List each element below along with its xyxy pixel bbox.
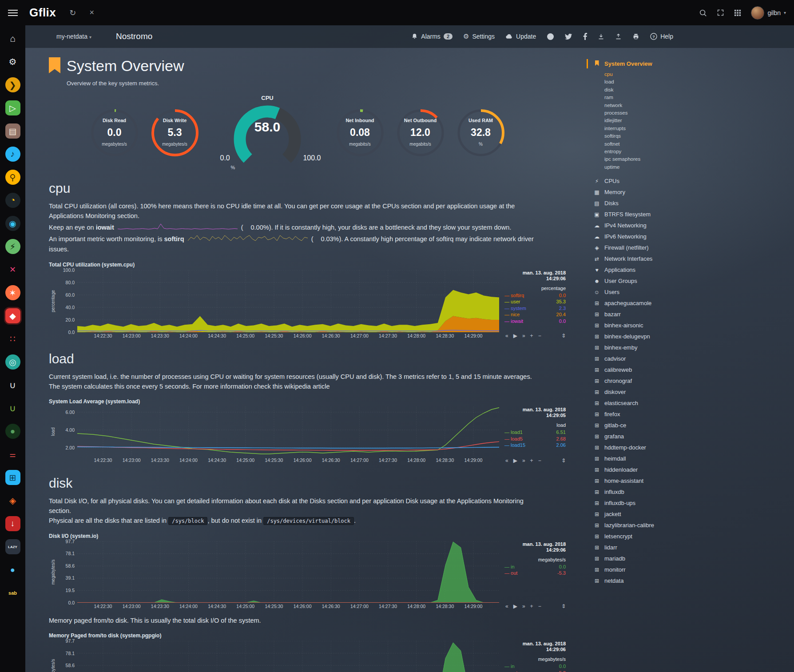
- menu-users[interactable]: ☺Users: [593, 286, 794, 298]
- legend-in[interactable]: — in0.0: [504, 663, 566, 670]
- menu-app-lazylibrarian-calibre[interactable]: ⊞lazylibrarian-calibre: [593, 520, 794, 531]
- menu-app-calibreweb[interactable]: ⊞calibreweb: [593, 364, 794, 375]
- menu-app-heimdall[interactable]: ⊞heimdall: [593, 453, 794, 464]
- menu-sub-interrupts[interactable]: interrupts: [604, 125, 794, 132]
- sidebar-app-app-red-arrow[interactable]: ↓: [0, 512, 25, 535]
- sidebar-app-app-bolt-green[interactable]: ⚡: [0, 235, 25, 258]
- update-button[interactable]: Update: [505, 33, 536, 40]
- legend-iowait[interactable]: — iowait0.0: [504, 318, 566, 325]
- chart-plot-area[interactable]: [77, 541, 499, 603]
- chart-zoom-out-icon[interactable]: −: [538, 603, 541, 609]
- chart-zoom-out-icon[interactable]: −: [538, 457, 541, 464]
- sidebar-app-app-search[interactable]: ⚲: [0, 166, 25, 189]
- facebook-button[interactable]: [583, 33, 587, 40]
- chart-pan-forward-icon[interactable]: »: [522, 457, 525, 464]
- legend-out[interactable]: — out-5.2: [504, 670, 566, 672]
- chart-resize-handle-icon[interactable]: ⇕: [561, 457, 566, 464]
- menu-applications[interactable]: ♥Applications: [593, 264, 794, 275]
- menu-sub-processes[interactable]: processes: [604, 109, 794, 117]
- menu-app-grafana[interactable]: ⊞grafana: [593, 431, 794, 442]
- chart-pan-backward-icon[interactable]: «: [505, 333, 508, 339]
- menu-app-home-assistant[interactable]: ⊞home-assistant: [593, 475, 794, 486]
- gauge-net-outbound[interactable]: Net Outbound12.0megabits/s: [396, 108, 445, 158]
- sidebar-app-app-chronograf[interactable]: ✕: [0, 258, 25, 281]
- chart-zoom-out-icon[interactable]: −: [538, 333, 541, 339]
- chart-resize-handle-icon[interactable]: ⇕: [561, 333, 566, 339]
- menu-btrfs-filesystem[interactable]: ▣BTRFS filesystem: [593, 209, 794, 220]
- menu-sub-idlejitter[interactable]: idlejitter: [604, 117, 794, 124]
- sidebar-app-settings[interactable]: ⚙: [0, 50, 25, 73]
- legend-load1[interactable]: — load16.51: [504, 429, 566, 436]
- github-button[interactable]: [547, 33, 554, 40]
- sidebar-app-app-radarr[interactable]: ◔: [0, 189, 25, 212]
- menu-firewall-netfilter[interactable]: ◈Firewall (netfilter): [593, 242, 794, 253]
- menu-sub-load[interactable]: load: [604, 78, 794, 86]
- menu-sub-ram[interactable]: ram: [604, 94, 794, 101]
- menu-memory[interactable]: ▦Memory: [593, 187, 794, 198]
- menu-app-hiddenloader[interactable]: ⊞hiddenloader: [593, 464, 794, 475]
- alarms-button[interactable]: Alarms 2: [411, 33, 453, 40]
- menu-app-diskover[interactable]: ⊞diskover: [593, 386, 794, 398]
- chart-resize-handle-icon[interactable]: ⇕: [561, 603, 566, 609]
- close-icon[interactable]: ×: [89, 8, 94, 17]
- menu-system-overview[interactable]: System Overview: [593, 58, 794, 69]
- menu-app-elasticsearch[interactable]: ⊞elasticsearch: [593, 398, 794, 409]
- sidebar-app-plex[interactable]: ❯: [0, 73, 25, 96]
- chart-zoom-in-icon[interactable]: +: [530, 603, 533, 609]
- legend-load15[interactable]: — load152.06: [504, 442, 566, 449]
- fullscreen-icon[interactable]: [717, 9, 724, 16]
- sidebar-app-app-teal-ring[interactable]: ◎: [0, 350, 25, 374]
- sidebar-app-app-dark-green[interactable]: ●: [0, 420, 25, 443]
- legend-in[interactable]: — in0.0: [504, 564, 566, 570]
- menu-app-chronograf[interactable]: ⊞chronograf: [593, 375, 794, 386]
- menu-cpus[interactable]: ⚡CPUs: [593, 175, 794, 187]
- sidebar-app-duplicati[interactable]: ●: [0, 558, 25, 581]
- menu-app-apacheguacamole[interactable]: ⊞apacheguacamole: [593, 298, 794, 309]
- sidebar-app-app-red-dots[interactable]: ∷: [0, 327, 25, 350]
- gauge-cpu[interactable]: CPU58.00.0100.0%: [218, 96, 318, 169]
- export-button[interactable]: [615, 33, 622, 40]
- legend-softirq[interactable]: — softirq0.0: [504, 292, 566, 299]
- sidebar-app-app-orange-star[interactable]: ✶: [0, 281, 25, 304]
- chart-pan-backward-icon[interactable]: «: [505, 457, 508, 464]
- sidebar-app-app-sonarr[interactable]: ◉: [0, 212, 25, 235]
- menu-disks[interactable]: ▤Disks: [593, 198, 794, 209]
- menu-app-influxdb-ups[interactable]: ⊞influxdb-ups: [593, 497, 794, 509]
- sidebar-app-app-airsonic[interactable]: ♪: [0, 143, 25, 166]
- chart-pan-forward-icon[interactable]: »: [522, 603, 525, 609]
- sidebar-app-home[interactable]: ⌂: [0, 27, 25, 50]
- menu-network-interfaces[interactable]: ⇄Network Interfaces: [593, 253, 794, 264]
- chart-play-icon[interactable]: ▶: [513, 603, 517, 609]
- menu-app-gitlab-ce[interactable]: ⊞gitlab-ce: [593, 420, 794, 431]
- chart-plot-area[interactable]: [77, 641, 499, 672]
- chart-plot-area[interactable]: [77, 407, 499, 457]
- gauge-disk-read[interactable]: Disk Read0.0megabytes/s: [90, 108, 139, 158]
- menu-sub-uptime[interactable]: uptime: [604, 163, 794, 171]
- chart-load[interactable]: System Load Average (system.load)load6.0…: [49, 398, 583, 464]
- legend-nice[interactable]: — nice20.4: [504, 311, 566, 318]
- menu-app-binhex-delugevpn[interactable]: ⊞binhex-delugevpn: [593, 331, 794, 342]
- settings-button[interactable]: ⚙ Settings: [463, 32, 495, 40]
- menu-sub-network[interactable]: network: [604, 102, 794, 109]
- menu-sub-softirqs[interactable]: softirqs: [604, 132, 794, 140]
- menu-app-bazarr[interactable]: ⊞bazarr: [593, 309, 794, 320]
- menu-app-monitorr[interactable]: ⊞monitorr: [593, 564, 794, 575]
- chart-pan-backward-icon[interactable]: «: [505, 603, 508, 609]
- host-dropdown[interactable]: my-netdata ▾: [56, 33, 91, 40]
- menu-app-netdata[interactable]: ⊞netdata: [593, 575, 794, 586]
- menu-sub-softnet[interactable]: softnet: [604, 140, 794, 148]
- chart-play-icon[interactable]: ▶: [513, 457, 517, 464]
- menu-app-mariadb[interactable]: ⊞mariadb: [593, 553, 794, 564]
- chart-pgpgio[interactable]: Memory Paged from/to disk (system.pgpgio…: [49, 632, 583, 672]
- sidebar-app-sabnzbd[interactable]: sab: [0, 581, 25, 604]
- sidebar-app-app-u-green[interactable]: ∪: [0, 397, 25, 420]
- legend-system[interactable]: — system2.3: [504, 305, 566, 312]
- menu-app-binhex-emby[interactable]: ⊞binhex-emby: [593, 342, 794, 353]
- menu-app-binhex-airsonic[interactable]: ⊞binhex-airsonic: [593, 320, 794, 331]
- menu-app-influxdb[interactable]: ⊞influxdb: [593, 486, 794, 497]
- apps-grid-icon[interactable]: [734, 9, 741, 16]
- chart-plot-area[interactable]: [77, 270, 499, 332]
- sidebar-app-netdata[interactable]: ◆: [0, 304, 25, 327]
- sidebar-app-app-pills[interactable]: ⚌: [0, 443, 25, 466]
- menu-app-firefox[interactable]: ⊞firefox: [593, 409, 794, 420]
